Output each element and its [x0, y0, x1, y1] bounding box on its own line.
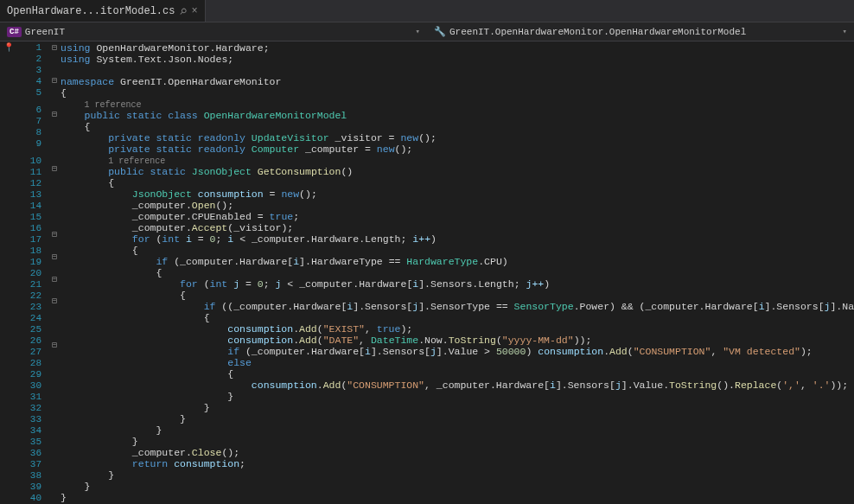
fold-toggle [48, 384, 61, 395]
line-number: 12 [17, 178, 48, 189]
fold-toggle [48, 329, 61, 341]
line-number: 20 [17, 268, 48, 279]
folding-column: ⊟⊟⊟⊟⊟⊟⊟⊟⊟ [48, 41, 61, 504]
fold-toggle [48, 351, 61, 362]
fold-toggle [48, 98, 61, 109]
fold-toggle [48, 318, 61, 329]
tab-filename: OpenHardware...itorModel.cs [7, 5, 175, 17]
chevron-down-icon: ▾ [843, 27, 847, 36]
line-number: 10 [17, 156, 48, 167]
fold-toggle[interactable]: ⊟ [48, 163, 61, 175]
fold-toggle[interactable]: ⊟ [48, 252, 61, 263]
fold-toggle [48, 152, 61, 163]
fold-toggle [48, 263, 61, 274]
fold-toggle [48, 450, 61, 461]
file-tab[interactable]: OpenHardware...itorModel.cs ⚲ × [0, 0, 206, 22]
fold-toggle [48, 196, 61, 207]
line-number: 9 [17, 138, 48, 150]
fold-toggle [48, 373, 61, 384]
line-number: 3 [17, 65, 48, 76]
track-changes-icon[interactable]: 📍 [0, 42, 17, 54]
project-name: GreenIT [25, 27, 65, 37]
fold-toggle [48, 285, 61, 297]
line-number: 17 [17, 234, 48, 246]
line-number: 34 [17, 425, 48, 437]
navigation-bar: C# GreenIT ▾ 🔧 GreenIT.OpenHardwareMonit… [0, 22, 854, 41]
fold-toggle [48, 395, 61, 406]
fold-toggle[interactable]: ⊟ [48, 109, 61, 120]
fold-toggle[interactable]: ⊟ [48, 296, 61, 307]
fold-toggle [48, 186, 61, 197]
line-number: 4 [17, 76, 48, 87]
line-number: 21 [17, 279, 48, 290]
codelens-reference[interactable]: 1 reference [108, 156, 165, 166]
scope-dropdown[interactable]: 🔧 GreenIT.OpenHardwareMonitor.OpenHardwa… [427, 26, 854, 37]
line-number: 11 [17, 167, 48, 178]
fold-toggle [48, 494, 61, 505]
fold-toggle [48, 120, 61, 131]
line-number: 32 [17, 403, 48, 414]
line-number: 16 [17, 223, 48, 234]
fold-toggle[interactable]: ⊟ [48, 229, 61, 240]
fold-toggle [48, 428, 61, 439]
pin-icon[interactable]: ⚲ [180, 6, 186, 16]
line-number: 24 [17, 313, 48, 324]
line-number: 22 [17, 290, 48, 302]
fold-toggle [48, 219, 61, 230]
csharp-badge: C# [7, 27, 22, 37]
fold-toggle[interactable]: ⊟ [48, 75, 61, 86]
fold-toggle [48, 86, 61, 98]
line-number: 36 [17, 448, 48, 459]
code-content[interactable]: using OpenHardwareMonitor.Hardware; usin… [61, 41, 854, 504]
line-number [17, 150, 48, 156]
close-icon[interactable]: × [191, 5, 197, 17]
project-dropdown[interactable]: C# GreenIT ▾ [0, 27, 427, 37]
tab-bar: OpenHardware...itorModel.cs ⚲ × [0, 0, 854, 22]
line-number: 26 [17, 335, 48, 347]
line-number: 27 [17, 347, 48, 358]
fold-toggle[interactable]: ⊟ [48, 340, 61, 351]
line-number: 30 [17, 380, 48, 392]
fold-toggle [48, 54, 61, 65]
codelens-reference[interactable]: 1 reference [85, 100, 142, 110]
fold-toggle[interactable]: ⊟ [48, 274, 61, 285]
line-number: 38 [17, 470, 48, 482]
line-number: 1 [17, 42, 48, 54]
line-number: 6 [17, 105, 48, 116]
line-number: 39 [17, 482, 48, 493]
fold-toggle [48, 207, 61, 219]
line-number: 15 [17, 212, 48, 223]
line-number: 5 [17, 87, 48, 99]
line-number: 29 [17, 369, 48, 380]
line-number: 8 [17, 127, 48, 138]
fold-toggle [48, 362, 61, 373]
chevron-down-icon: ▾ [416, 27, 420, 36]
line-number [17, 99, 48, 105]
line-number: 35 [17, 437, 48, 448]
line-number: 23 [17, 302, 48, 313]
fold-toggle [48, 482, 61, 494]
fold-toggle [48, 307, 61, 318]
glyph-margin: 📍 [0, 41, 17, 504]
line-number: 37 [17, 459, 48, 470]
fold-toggle [48, 471, 61, 482]
fold-toggle [48, 142, 61, 153]
fold-toggle[interactable]: ⊟ [48, 42, 61, 54]
line-number-gutter: 1234567891011121314151617181920212223242… [17, 41, 48, 504]
line-number: 19 [17, 257, 48, 268]
fold-toggle [48, 65, 61, 76]
line-number: 2 [17, 54, 48, 65]
fold-toggle [48, 417, 61, 428]
line-number: 31 [17, 392, 48, 403]
fold-toggle [48, 438, 61, 450]
line-number: 7 [17, 116, 48, 127]
line-number: 13 [17, 189, 48, 201]
fold-toggle [48, 405, 61, 417]
fold-toggle [48, 461, 61, 472]
fold-toggle [48, 131, 61, 142]
wrench-icon: 🔧 [434, 26, 446, 37]
code-editor[interactable]: 📍 12345678910111213141516171819202122232… [0, 41, 854, 504]
line-number: 25 [17, 324, 48, 335]
line-number: 40 [17, 493, 48, 504]
line-number: 18 [17, 246, 48, 257]
